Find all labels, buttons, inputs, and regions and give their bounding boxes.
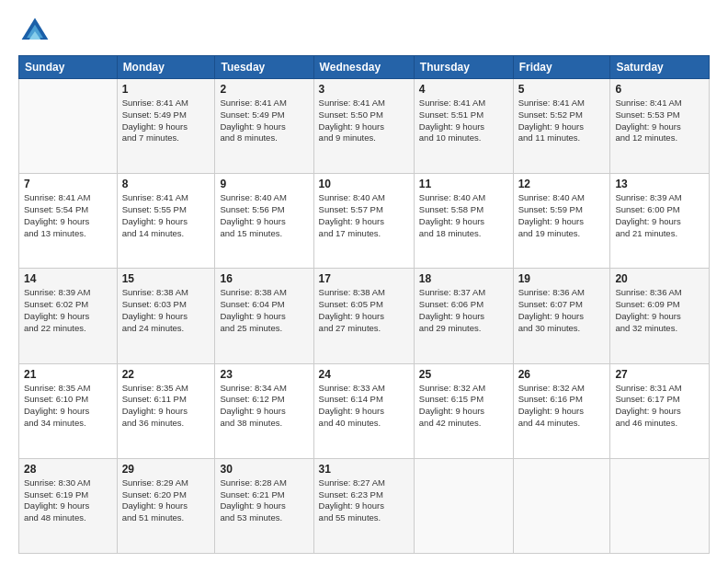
calendar-cell: 26Sunrise: 8:32 AMSunset: 6:16 PMDayligh… <box>513 363 610 458</box>
logo <box>18 15 55 48</box>
calendar-cell <box>610 458 710 553</box>
calendar-cell: 8Sunrise: 8:41 AMSunset: 5:55 PMDaylight… <box>117 174 215 269</box>
cell-content: Sunrise: 8:32 AMSunset: 6:15 PMDaylight:… <box>419 383 508 430</box>
calendar-header-row: SundayMondayTuesdayWednesdayThursdayFrid… <box>19 56 710 79</box>
calendar-week-4: 28Sunrise: 8:30 AMSunset: 6:19 PMDayligh… <box>19 458 710 553</box>
day-number: 24 <box>319 368 409 381</box>
cell-content: Sunrise: 8:28 AMSunset: 6:21 PMDaylight:… <box>220 477 308 524</box>
cell-content: Sunrise: 8:41 AMSunset: 5:55 PMDaylight:… <box>122 192 210 239</box>
calendar-cell: 28Sunrise: 8:30 AMSunset: 6:19 PMDayligh… <box>19 458 118 553</box>
cell-content: Sunrise: 8:39 AMSunset: 6:02 PMDaylight:… <box>24 287 112 334</box>
day-number: 10 <box>319 178 409 190</box>
cell-content: Sunrise: 8:36 AMSunset: 6:07 PMDaylight:… <box>518 287 606 334</box>
cell-content: Sunrise: 8:35 AMSunset: 6:11 PMDaylight:… <box>122 383 210 430</box>
day-number: 23 <box>220 368 308 381</box>
cell-content: Sunrise: 8:35 AMSunset: 6:10 PMDaylight:… <box>24 383 112 430</box>
day-number: 21 <box>24 368 112 381</box>
calendar-cell: 31Sunrise: 8:27 AMSunset: 6:23 PMDayligh… <box>313 458 414 553</box>
cell-content: Sunrise: 8:37 AMSunset: 6:06 PMDaylight:… <box>419 287 508 334</box>
day-number: 18 <box>419 272 508 285</box>
day-number: 29 <box>122 463 210 476</box>
cell-content: Sunrise: 8:38 AMSunset: 6:05 PMDaylight:… <box>319 287 409 334</box>
cell-content: Sunrise: 8:41 AMSunset: 5:53 PMDaylight:… <box>615 98 704 144</box>
calendar-cell: 25Sunrise: 8:32 AMSunset: 6:15 PMDayligh… <box>414 363 513 458</box>
logo-icon <box>18 15 51 48</box>
day-number: 12 <box>518 178 606 190</box>
cell-content: Sunrise: 8:38 AMSunset: 6:04 PMDaylight:… <box>220 287 308 334</box>
calendar-header-sunday: Sunday <box>19 56 118 79</box>
calendar-header-friday: Friday <box>513 56 610 79</box>
calendar-week-0: 1Sunrise: 8:41 AMSunset: 5:49 PMDaylight… <box>19 79 710 174</box>
cell-content: Sunrise: 8:36 AMSunset: 6:09 PMDaylight:… <box>615 287 704 334</box>
cell-content: Sunrise: 8:41 AMSunset: 5:52 PMDaylight:… <box>518 98 606 144</box>
day-number: 16 <box>220 272 308 285</box>
calendar-week-2: 14Sunrise: 8:39 AMSunset: 6:02 PMDayligh… <box>19 269 710 363</box>
calendar-header-tuesday: Tuesday <box>215 56 313 79</box>
calendar-cell: 24Sunrise: 8:33 AMSunset: 6:14 PMDayligh… <box>313 363 414 458</box>
day-number: 13 <box>615 178 704 190</box>
calendar-cell: 21Sunrise: 8:35 AMSunset: 6:10 PMDayligh… <box>19 363 118 458</box>
day-number: 11 <box>419 178 508 190</box>
calendar-cell: 29Sunrise: 8:29 AMSunset: 6:20 PMDayligh… <box>117 458 215 553</box>
day-number: 30 <box>220 463 308 476</box>
calendar-cell: 18Sunrise: 8:37 AMSunset: 6:06 PMDayligh… <box>414 269 513 363</box>
calendar-cell: 3Sunrise: 8:41 AMSunset: 5:50 PMDaylight… <box>313 79 414 174</box>
page: SundayMondayTuesdayWednesdayThursdayFrid… <box>0 0 728 563</box>
calendar-cell: 9Sunrise: 8:40 AMSunset: 5:56 PMDaylight… <box>215 174 313 269</box>
day-number: 19 <box>518 272 606 285</box>
calendar-cell: 11Sunrise: 8:40 AMSunset: 5:58 PMDayligh… <box>414 174 513 269</box>
cell-content: Sunrise: 8:41 AMSunset: 5:49 PMDaylight:… <box>220 98 308 144</box>
calendar-cell: 23Sunrise: 8:34 AMSunset: 6:12 PMDayligh… <box>215 363 313 458</box>
day-number: 17 <box>319 272 409 285</box>
cell-content: Sunrise: 8:38 AMSunset: 6:03 PMDaylight:… <box>122 287 210 334</box>
day-number: 22 <box>122 368 210 381</box>
calendar-cell: 6Sunrise: 8:41 AMSunset: 5:53 PMDaylight… <box>610 79 710 174</box>
calendar-cell: 19Sunrise: 8:36 AMSunset: 6:07 PMDayligh… <box>513 269 610 363</box>
calendar-cell: 14Sunrise: 8:39 AMSunset: 6:02 PMDayligh… <box>19 269 118 363</box>
calendar-cell: 12Sunrise: 8:40 AMSunset: 5:59 PMDayligh… <box>513 174 610 269</box>
calendar-header-monday: Monday <box>117 56 215 79</box>
calendar-week-1: 7Sunrise: 8:41 AMSunset: 5:54 PMDaylight… <box>19 174 710 269</box>
calendar-cell: 15Sunrise: 8:38 AMSunset: 6:03 PMDayligh… <box>117 269 215 363</box>
calendar-cell <box>513 458 610 553</box>
day-number: 4 <box>419 83 508 96</box>
cell-content: Sunrise: 8:32 AMSunset: 6:16 PMDaylight:… <box>518 383 606 430</box>
cell-content: Sunrise: 8:30 AMSunset: 6:19 PMDaylight:… <box>24 477 112 524</box>
day-number: 5 <box>518 83 606 96</box>
day-number: 7 <box>24 178 112 190</box>
calendar-week-3: 21Sunrise: 8:35 AMSunset: 6:10 PMDayligh… <box>19 363 710 458</box>
cell-content: Sunrise: 8:33 AMSunset: 6:14 PMDaylight:… <box>319 383 409 430</box>
calendar-cell: 13Sunrise: 8:39 AMSunset: 6:00 PMDayligh… <box>610 174 710 269</box>
cell-content: Sunrise: 8:40 AMSunset: 5:58 PMDaylight:… <box>419 192 508 239</box>
day-number: 15 <box>122 272 210 285</box>
cell-content: Sunrise: 8:41 AMSunset: 5:49 PMDaylight:… <box>122 98 210 144</box>
day-number: 3 <box>319 83 409 96</box>
day-number: 27 <box>615 368 704 381</box>
calendar-cell: 22Sunrise: 8:35 AMSunset: 6:11 PMDayligh… <box>117 363 215 458</box>
day-number: 26 <box>518 368 606 381</box>
calendar-cell: 5Sunrise: 8:41 AMSunset: 5:52 PMDaylight… <box>513 79 610 174</box>
cell-content: Sunrise: 8:29 AMSunset: 6:20 PMDaylight:… <box>122 477 210 524</box>
cell-content: Sunrise: 8:40 AMSunset: 5:57 PMDaylight:… <box>319 192 409 239</box>
cell-content: Sunrise: 8:41 AMSunset: 5:51 PMDaylight:… <box>419 98 508 144</box>
day-number: 31 <box>319 463 409 476</box>
cell-content: Sunrise: 8:41 AMSunset: 5:50 PMDaylight:… <box>319 98 409 144</box>
day-number: 25 <box>419 368 508 381</box>
calendar-cell: 30Sunrise: 8:28 AMSunset: 6:21 PMDayligh… <box>215 458 313 553</box>
calendar-cell: 10Sunrise: 8:40 AMSunset: 5:57 PMDayligh… <box>313 174 414 269</box>
cell-content: Sunrise: 8:39 AMSunset: 6:00 PMDaylight:… <box>615 192 704 239</box>
calendar-cell: 2Sunrise: 8:41 AMSunset: 5:49 PMDaylight… <box>215 79 313 174</box>
day-number: 14 <box>24 272 112 285</box>
day-number: 8 <box>122 178 210 190</box>
cell-content: Sunrise: 8:27 AMSunset: 6:23 PMDaylight:… <box>319 477 409 524</box>
calendar-header-saturday: Saturday <box>610 56 710 79</box>
day-number: 20 <box>615 272 704 285</box>
calendar-cell <box>19 79 118 174</box>
calendar-header-thursday: Thursday <box>414 56 513 79</box>
calendar-cell: 20Sunrise: 8:36 AMSunset: 6:09 PMDayligh… <box>610 269 710 363</box>
calendar-cell: 16Sunrise: 8:38 AMSunset: 6:04 PMDayligh… <box>215 269 313 363</box>
calendar-cell: 1Sunrise: 8:41 AMSunset: 5:49 PMDaylight… <box>117 79 215 174</box>
cell-content: Sunrise: 8:40 AMSunset: 5:59 PMDaylight:… <box>518 192 606 239</box>
cell-content: Sunrise: 8:31 AMSunset: 6:17 PMDaylight:… <box>615 383 704 430</box>
day-number: 9 <box>220 178 308 190</box>
